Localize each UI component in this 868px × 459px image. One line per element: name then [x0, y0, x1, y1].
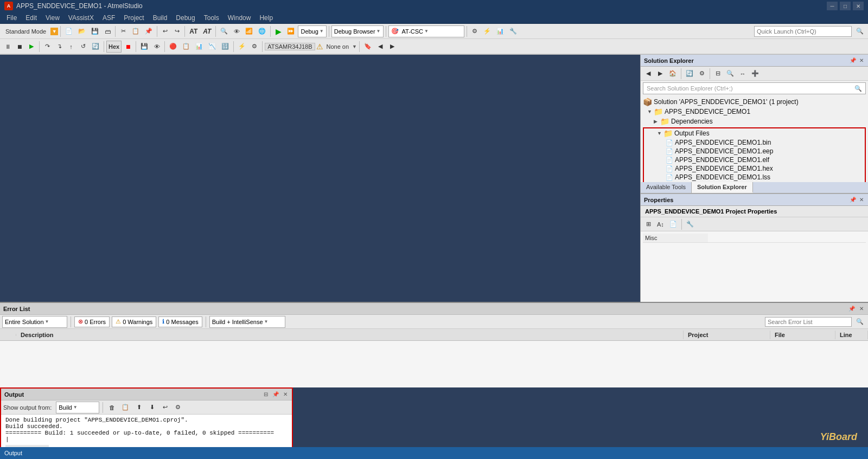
debug-pause-btn[interactable]: ⏸	[2, 41, 13, 53]
save-btn[interactable]: 💾	[89, 25, 101, 37]
tree-file-elf[interactable]: 📄 APPS_ENDDEVICE_DEMO1.elf	[644, 156, 865, 164]
debug-stop-btn[interactable]: ⏹	[14, 41, 25, 53]
stop-btn[interactable]: ⏹	[123, 41, 133, 53]
quicklaunch-input[interactable]	[754, 26, 852, 37]
menu-asf[interactable]: ASF	[98, 13, 119, 23]
output-source-dropdown[interactable]: Build ▼	[56, 402, 99, 413]
output-scroll-bottom-btn[interactable]: ⬇	[146, 402, 157, 413]
minimize-button[interactable]: ─	[827, 2, 838, 10]
output-copy-all-btn[interactable]: 📋	[119, 402, 131, 413]
memory-btn[interactable]: 💾	[138, 41, 150, 53]
debug-step-into[interactable]: ↴	[54, 41, 65, 53]
tree-project[interactable]: ▼ 📁 APPS_ENDDEVICE_DEMO1	[641, 107, 868, 117]
at-btn[interactable]: AT	[187, 25, 200, 37]
close-button[interactable]: ✕	[853, 2, 864, 10]
quicklaunch-search-btn[interactable]: 🔍	[854, 25, 866, 37]
props-wrench-btn[interactable]: 🔧	[684, 218, 696, 230]
menu-build[interactable]: Build	[149, 13, 172, 23]
debug-step-out[interactable]: ↑	[66, 41, 76, 53]
se-search-box[interactable]: Search Solution Explorer (Ctrl+;) 🔍	[643, 82, 866, 94]
toolbar-btn-1[interactable]: ⚙	[469, 25, 480, 37]
warnings-filter-btn[interactable]: ⚠ 0 Warnings	[112, 316, 156, 327]
undo-btn[interactable]: ↩	[159, 25, 170, 37]
debug-misc-5[interactable]: ⚡	[236, 41, 248, 53]
output-float-btn[interactable]: ⊟	[263, 391, 269, 397]
error-list-close-btn[interactable]: ✕	[858, 306, 865, 312]
se-filter-btn[interactable]: 🔍	[724, 68, 736, 80]
se-fwd-btn[interactable]: ▶	[655, 68, 666, 80]
tree-output-files[interactable]: ▼ 📁 Output Files	[644, 128, 865, 138]
new-file-btn[interactable]: 📄	[63, 25, 75, 37]
errors-filter-btn[interactable]: ⊗ 0 Errors	[74, 316, 110, 327]
wifi2-btn[interactable]: 🌐	[256, 25, 268, 37]
at2-btn[interactable]: AT	[201, 25, 213, 37]
props-pages-btn[interactable]: 📄	[667, 218, 679, 230]
debug-reset-btn[interactable]: ↺	[78, 41, 88, 53]
debug-browser-dropdown[interactable]: Debug Browser ▼	[331, 25, 384, 37]
target-selector-dropdown[interactable]: 🎯 AT-CSC ▼	[388, 25, 464, 37]
menu-vassistx[interactable]: VAssistX	[64, 13, 98, 23]
props-alphabetic-btn[interactable]: A↕	[655, 218, 666, 230]
restore-button[interactable]: □	[840, 2, 851, 10]
tree-file-bin[interactable]: 📄 APPS_ENDDEVICE_DEMO1.bin	[644, 138, 865, 147]
output-scroll-top-btn[interactable]: ⬆	[133, 402, 144, 413]
debug-misc-2[interactable]: 📊	[193, 41, 205, 53]
debug-refresh-btn[interactable]: 🔄	[90, 41, 101, 53]
menu-project[interactable]: Project	[119, 13, 148, 23]
error-filter-dropdown[interactable]: Entire Solution ▼	[2, 316, 67, 328]
panel-close-btn[interactable]: ✕	[858, 57, 865, 63]
tree-file-hex[interactable]: 📄 APPS_ENDDEVICE_DEMO1.hex	[644, 164, 865, 173]
menu-help[interactable]: Help	[255, 13, 277, 23]
toolbar-btn-3[interactable]: 📊	[494, 25, 506, 37]
open-file-btn[interactable]: 📂	[76, 25, 88, 37]
nav-fwd-btn[interactable]: ▶	[387, 41, 398, 53]
menu-debug[interactable]: Debug	[171, 13, 199, 23]
se-sync-btn[interactable]: ↔	[737, 68, 748, 80]
menu-window[interactable]: Window	[224, 13, 256, 23]
props-pin-btn[interactable]: 📌	[848, 197, 857, 203]
toolbar-btn-2[interactable]: ⚡	[481, 25, 493, 37]
tab-solution-explorer[interactable]: Solution Explorer	[692, 182, 753, 193]
debug-misc-4[interactable]: 🔢	[219, 41, 231, 53]
output-pin-btn[interactable]: 📌	[271, 391, 280, 397]
tree-dependencies[interactable]: ▶ 📁 Dependencies	[641, 117, 868, 126]
menu-view[interactable]: View	[41, 13, 64, 23]
hex-toggle-btn[interactable]: Hex	[106, 41, 122, 53]
toolbar-btn-4[interactable]: 🔧	[507, 25, 519, 37]
breakpoint-btn[interactable]: 🔴	[167, 41, 179, 53]
tree-file-lss[interactable]: 📄 APPS_ENDDEVICE_DEMO1.lss	[644, 173, 865, 182]
panel-pin-btn[interactable]: 📌	[848, 57, 857, 63]
menu-file[interactable]: File	[2, 13, 21, 23]
copy-btn[interactable]: 📋	[130, 25, 142, 37]
step-btn[interactable]: ⏩	[285, 25, 297, 37]
debug-misc-6[interactable]: ⚙	[249, 41, 260, 53]
tree-file-eep[interactable]: 📄 APPS_ENDDEVICE_DEMO1.eep	[644, 147, 865, 156]
debug-step-over[interactable]: ↷	[42, 41, 53, 53]
paste-btn[interactable]: 📌	[143, 25, 155, 37]
output-word-wrap-btn[interactable]: ↩	[159, 402, 170, 413]
se-new-btn[interactable]: ➕	[749, 68, 761, 80]
props-categorize-btn[interactable]: ⊞	[643, 218, 654, 230]
messages-filter-btn[interactable]: ℹ 0 Messages	[158, 316, 202, 327]
watch-btn[interactable]: 👁	[151, 41, 162, 53]
error-source-dropdown[interactable]: Build + IntelliSense ▼	[209, 316, 285, 328]
se-refresh-btn[interactable]: 🔄	[684, 68, 695, 80]
debug-misc-1[interactable]: 📋	[180, 41, 192, 53]
play-btn[interactable]: ▶	[273, 25, 284, 37]
search-btn[interactable]: 🔍	[218, 25, 230, 37]
tree-solution-root[interactable]: 📦 Solution 'APPS_ENDDEVICE_DEMO1' (1 pro…	[641, 97, 868, 107]
debug-config-dropdown[interactable]: Debug ▼	[298, 25, 326, 37]
se-settings-btn[interactable]: ⚙	[697, 68, 707, 80]
wifi-btn[interactable]: 📶	[243, 25, 255, 37]
menu-edit[interactable]: Edit	[21, 13, 41, 23]
tab-available-tools[interactable]: Available Tools	[641, 182, 692, 193]
error-search-input[interactable]	[765, 317, 852, 327]
output-settings-btn[interactable]: ⚙	[173, 402, 183, 413]
nav-back-btn[interactable]: ◀	[375, 41, 386, 53]
debug-misc-3[interactable]: 📉	[206, 41, 218, 53]
se-home-btn[interactable]: 🏠	[667, 68, 679, 80]
binoculars-btn[interactable]: 👁	[231, 25, 242, 37]
cut-btn[interactable]: ✂	[118, 25, 129, 37]
se-back-btn[interactable]: ◀	[643, 68, 654, 80]
save-all-btn[interactable]: 🗃	[102, 25, 113, 37]
